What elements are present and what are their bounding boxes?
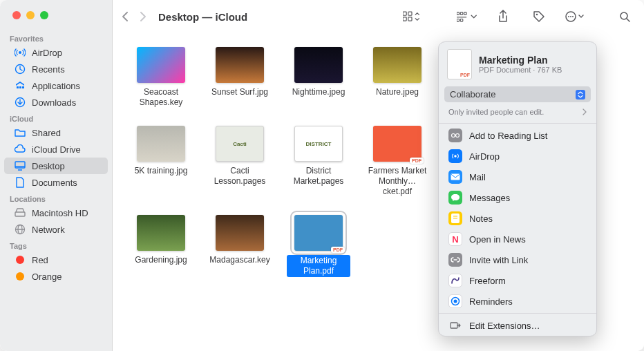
- file-preview-icon: PDF: [447, 49, 472, 79]
- svg-point-25: [568, 16, 569, 17]
- share-action-reminders[interactable]: Reminders: [439, 291, 596, 312]
- svg-rect-17: [457, 12, 460, 15]
- share-action-label: Add to Reading List: [469, 131, 547, 141]
- file-name: Cacti Lesson.pages: [208, 166, 272, 187]
- file-thumbnail: PDF: [373, 126, 422, 162]
- file-item[interactable]: Nighttime.jpeg: [287, 47, 350, 108]
- file-item[interactable]: Madagascar.key: [208, 215, 272, 277]
- file-item[interactable]: Seacoast Shapes.key: [129, 47, 193, 108]
- sidebar-item-red[interactable]: Red: [4, 252, 108, 268]
- share-action-open-in-news[interactable]: NOpen in News: [439, 229, 596, 249]
- svg-rect-40: [451, 323, 457, 328]
- sidebar-item-label: Shared: [32, 128, 61, 138]
- share-action-label: Invite with Link: [469, 255, 528, 265]
- sidebar-heading: Tags: [0, 238, 112, 252]
- file-name: Marketing Plan.pdf: [287, 255, 350, 277]
- share-action-label: Messages: [469, 193, 510, 203]
- svg-point-31: [456, 134, 460, 137]
- share-action-mail[interactable]: Mail: [439, 167, 596, 187]
- link-icon: [448, 253, 462, 267]
- share-action-add-to-reading-list[interactable]: Add to Reading List: [439, 125, 596, 146]
- sidebar-item-shared[interactable]: Shared: [4, 124, 108, 141]
- share-panel: PDF Marketing Plan PDF Document · 767 KB…: [438, 41, 597, 336]
- close-window-button[interactable]: [12, 11, 21, 19]
- file-item[interactable]: DISTRICTDistrict Market.pages: [287, 126, 350, 197]
- svg-point-33: [454, 155, 457, 158]
- sidebar-heading: Locations: [0, 191, 112, 205]
- svg-point-23: [536, 14, 538, 16]
- folder-icon: [14, 126, 26, 139]
- window-controls: [12, 11, 48, 19]
- sidebar-item-orange[interactable]: Orange: [4, 268, 108, 285]
- file-item[interactable]: CactiCacti Lesson.pages: [208, 126, 272, 197]
- share-panel-subtitle: PDF Document · 767 KB: [479, 66, 562, 74]
- sidebar-item-label: Orange: [32, 272, 61, 282]
- share-action-label: Mail: [469, 172, 486, 182]
- tags-button[interactable]: [528, 8, 550, 26]
- sidebar-item-documents[interactable]: Documents: [4, 174, 108, 191]
- file-thumbnail: [137, 215, 185, 251]
- search-button[interactable]: [614, 8, 636, 26]
- file-item[interactable]: Sunset Surf.jpg: [208, 47, 272, 108]
- file-item[interactable]: Nature.jpeg: [366, 47, 429, 108]
- fullscreen-window-button[interactable]: [40, 11, 48, 19]
- edit-extensions-button[interactable]: Edit Extensions…: [439, 315, 596, 336]
- share-action-notes[interactable]: Notes: [439, 208, 596, 229]
- airdrop-icon: [448, 149, 462, 163]
- sidebar-item-recents[interactable]: Recents: [4, 61, 108, 77]
- svg-rect-34: [451, 174, 460, 180]
- view-icons-button[interactable]: [401, 8, 423, 26]
- back-button[interactable]: [121, 11, 129, 22]
- file-item[interactable]: 5K training.jpg: [129, 126, 193, 197]
- file-item[interactable]: PDFMarketing Plan.pdf: [287, 215, 350, 277]
- share-action-messages[interactable]: Messages: [439, 187, 596, 208]
- sidebar-item-downloads[interactable]: Downloads: [4, 94, 108, 111]
- svg-rect-4: [22, 86, 24, 88]
- sidebar-item-airdrop[interactable]: AirDrop: [4, 44, 108, 61]
- edit-extensions-label: Edit Extensions…: [469, 321, 540, 331]
- reminders-icon: [448, 294, 462, 308]
- file-name: Sunset Surf.jpg: [211, 87, 268, 97]
- more-actions-button[interactable]: [564, 8, 586, 26]
- svg-rect-14: [408, 12, 412, 15]
- svg-rect-9: [15, 212, 25, 216]
- sidebar-item-macintosh-hd[interactable]: Macintosh HD: [4, 205, 108, 221]
- file-item[interactable]: Gardening.jpg: [129, 215, 193, 277]
- share-button[interactable]: [492, 8, 514, 26]
- file-thumbnail: [216, 47, 264, 83]
- sidebar-item-label: Documents: [32, 178, 77, 188]
- permissions-text: Only invited people can edit.: [448, 108, 544, 116]
- svg-rect-2: [17, 86, 19, 88]
- tag-icon: [14, 270, 26, 283]
- svg-rect-21: [457, 19, 460, 22]
- svg-rect-16: [408, 17, 412, 21]
- clock-icon: [14, 63, 26, 75]
- share-action-airdrop[interactable]: AirDrop: [439, 146, 596, 167]
- svg-rect-13: [403, 12, 406, 15]
- share-action-invite-with-link[interactable]: Invite with Link: [439, 249, 596, 270]
- grid-apps-icon: [14, 79, 26, 92]
- minimize-window-button[interactable]: [26, 11, 35, 19]
- sidebar-item-icloud-drive[interactable]: iCloud Drive: [4, 141, 108, 158]
- share-action-freeform[interactable]: Freeform: [439, 270, 596, 291]
- forward-button[interactable]: [139, 11, 147, 22]
- sidebar-item-applications[interactable]: Applications: [4, 77, 108, 94]
- collaborate-dropdown[interactable]: Collaborate: [444, 86, 591, 102]
- file-thumbnail: [216, 215, 264, 251]
- download-icon: [14, 96, 26, 108]
- sidebar-item-label: iCloud Drive: [32, 144, 81, 155]
- svg-rect-22: [460, 19, 463, 22]
- freeform-icon: [448, 274, 462, 287]
- extensions-icon: [448, 319, 462, 332]
- group-by-button[interactable]: [456, 8, 478, 26]
- sidebar-item-desktop[interactable]: Desktop: [4, 158, 108, 174]
- file-item[interactable]: PDFFarmers Market Monthly…cket.pdf: [366, 126, 429, 197]
- file-name: Farmers Market Monthly…cket.pdf: [366, 166, 429, 197]
- sidebar-item-label: Network: [32, 225, 65, 235]
- permissions-row[interactable]: Only invited people can edit.: [439, 105, 596, 122]
- sidebar-item-label: Downloads: [32, 97, 76, 108]
- share-action-label: AirDrop: [469, 151, 500, 162]
- share-action-label: Notes: [469, 214, 493, 224]
- svg-point-26: [570, 16, 571, 17]
- sidebar-item-network[interactable]: Network: [4, 221, 108, 238]
